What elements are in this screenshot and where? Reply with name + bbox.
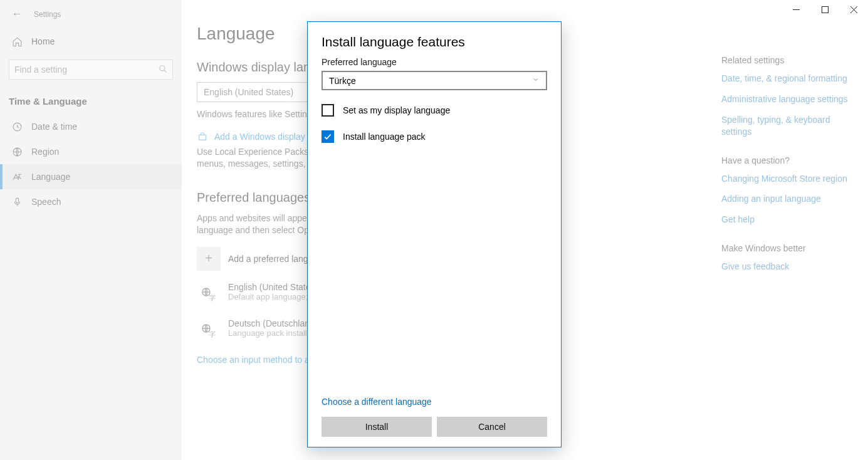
- help-link[interactable]: Changing Microsoft Store region: [721, 173, 854, 185]
- related-settings-heading: Related settings: [721, 55, 854, 65]
- home-icon: [11, 36, 23, 47]
- related-setting-link[interactable]: Administrative language settings: [721, 93, 854, 105]
- svg-point-0: [160, 65, 165, 70]
- help-link[interactable]: Get help: [721, 214, 854, 226]
- sidebar: ← Settings Home Find a setting Time & La…: [0, 0, 182, 460]
- install-button[interactable]: Install: [322, 417, 432, 437]
- sidebar-item-date-time[interactable]: Date & time: [0, 114, 182, 139]
- window-title: Settings: [34, 10, 61, 19]
- search-icon: [159, 65, 167, 75]
- svg-text:字: 字: [209, 294, 216, 301]
- sidebar-home[interactable]: Home: [0, 29, 182, 53]
- sidebar-item-speech[interactable]: Speech: [0, 189, 182, 214]
- language-sub: Language pack installed: [228, 328, 317, 339]
- back-button[interactable]: ←: [11, 8, 23, 21]
- svg-line-1: [164, 70, 167, 72]
- language-icon: 字: [197, 318, 221, 342]
- chevron-down-icon: [532, 76, 540, 85]
- checkbox-unchecked-icon: [322, 104, 334, 117]
- preferred-language-dropdown[interactable]: Türkçe: [322, 71, 547, 90]
- maximize-button[interactable]: [810, 0, 839, 19]
- related-setting-link[interactable]: Date, time, & regional formatting: [721, 73, 854, 85]
- sidebar-item-label: Region: [31, 147, 59, 157]
- sidebar-item-label: Speech: [31, 197, 61, 207]
- store-icon: [197, 131, 208, 142]
- sidebar-home-label: Home: [31, 36, 55, 46]
- checkbox-checked-icon: [322, 130, 334, 143]
- svg-rect-11: [822, 6, 828, 13]
- language-name: Deutsch (Deutschland): [228, 318, 317, 328]
- preferred-language-label: Preferred language: [322, 57, 547, 67]
- sidebar-item-language[interactable]: Language: [0, 164, 182, 189]
- lang-icon: [11, 171, 23, 182]
- sidebar-item-label: Date & time: [31, 122, 77, 132]
- search-placeholder: Find a setting: [14, 65, 67, 75]
- help-link[interactable]: Adding an input language: [721, 193, 854, 205]
- close-button[interactable]: [839, 0, 868, 19]
- make-better-heading: Make Windows better: [721, 243, 854, 253]
- choose-different-language-link[interactable]: Choose a different language: [322, 397, 547, 407]
- related-setting-link[interactable]: Spelling, typing, & keyboard settings: [721, 114, 854, 138]
- right-rail: Related settings Date, time, & regional …: [721, 55, 854, 290]
- svg-rect-4: [16, 198, 18, 203]
- clock-icon: [11, 121, 23, 132]
- sidebar-item-region[interactable]: Region: [0, 139, 182, 164]
- feedback-link[interactable]: Give us feedback: [721, 261, 854, 273]
- language-icon: 字: [197, 282, 221, 306]
- svg-text:字: 字: [209, 330, 216, 338]
- mic-icon: [11, 196, 23, 207]
- sidebar-item-label: Language: [31, 172, 70, 182]
- plus-icon: +: [197, 247, 221, 271]
- search-input[interactable]: Find a setting: [9, 60, 173, 80]
- set-display-language-checkbox[interactable]: Set as my display language: [322, 104, 547, 117]
- minimize-button[interactable]: [782, 0, 810, 19]
- cancel-button[interactable]: Cancel: [437, 417, 547, 437]
- install-language-dialog: Install language features Preferred lang…: [307, 21, 562, 447]
- globe-icon: [11, 146, 23, 157]
- dialog-title: Install language features: [322, 34, 547, 50]
- install-language-pack-checkbox[interactable]: Install language pack: [322, 130, 547, 143]
- have-question-heading: Have a question?: [721, 155, 854, 165]
- sidebar-section-title: Time & Language: [0, 92, 182, 114]
